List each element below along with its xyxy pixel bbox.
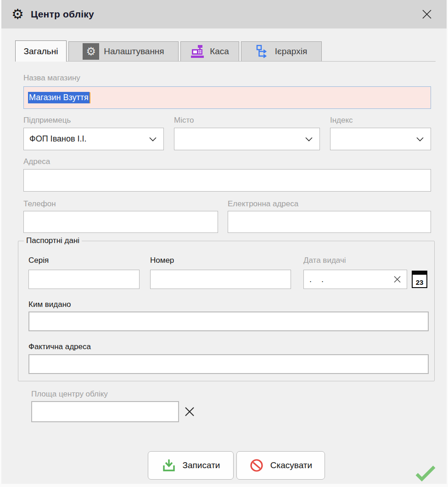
tab-general[interactable]: Загальні bbox=[15, 40, 67, 62]
date-mask-value: . . bbox=[309, 275, 327, 284]
area-label: Площа центру обліку bbox=[31, 390, 108, 399]
clear-area-icon[interactable] bbox=[184, 406, 195, 417]
issued-by-input[interactable] bbox=[28, 311, 429, 331]
tab-hierarchy[interactable]: Ієрархія bbox=[241, 41, 322, 62]
tab-bar: Загальні ⚙ Налаштування Каса bbox=[15, 40, 436, 62]
gear-icon: ⚙ bbox=[11, 7, 24, 21]
calendar-top-bar bbox=[412, 271, 427, 275]
passport-groupbox: Паспортні дані Серія Номер Дата видачі .… bbox=[18, 241, 435, 381]
tab-label: Налаштування bbox=[104, 46, 164, 57]
cancel-button-label: Скасувати bbox=[270, 460, 312, 470]
postal-index-select[interactable] bbox=[330, 128, 431, 150]
text-caret bbox=[90, 92, 90, 103]
page-title: Центр обліку bbox=[31, 9, 94, 20]
issue-date-label: Дата видачі bbox=[303, 256, 346, 265]
calendar-icon[interactable]: 23 bbox=[412, 271, 427, 288]
city-label: Місто bbox=[174, 116, 194, 125]
passport-group-label: Паспортні дані bbox=[24, 236, 82, 245]
save-button[interactable]: Записати bbox=[148, 451, 234, 480]
address-input[interactable] bbox=[23, 169, 431, 192]
number-label: Номер bbox=[150, 256, 174, 265]
cancel-button[interactable]: Скасувати bbox=[236, 451, 325, 480]
entrepreneur-select[interactable]: ФОП Іванов І.І. bbox=[23, 128, 164, 150]
tab-cash-register[interactable]: Каса bbox=[180, 41, 239, 62]
city-select[interactable] bbox=[174, 128, 320, 150]
chevron-down-icon bbox=[305, 136, 313, 142]
tab-label: Загальні bbox=[24, 46, 58, 57]
store-name-label: Назва магазину bbox=[23, 74, 80, 83]
series-input[interactable] bbox=[28, 270, 140, 289]
checkmark-icon bbox=[415, 463, 436, 482]
postal-index-label: Індекс bbox=[330, 116, 353, 125]
store-name-input[interactable]: Магазин Взуття bbox=[23, 86, 431, 109]
cash-register-icon bbox=[190, 44, 205, 59]
hierarchy-icon bbox=[256, 44, 270, 59]
phone-input[interactable] bbox=[23, 211, 218, 233]
issue-date-input[interactable]: . . bbox=[303, 270, 407, 289]
tab-settings[interactable]: ⚙ Налаштування bbox=[68, 41, 179, 62]
number-input[interactable] bbox=[150, 270, 291, 289]
selected-text: Магазин Взуття bbox=[28, 92, 90, 103]
entrepreneur-label: Підприемець bbox=[23, 116, 71, 125]
tab-label: Ієрархія bbox=[275, 46, 307, 57]
issued-by-label: Ким видано bbox=[28, 300, 71, 309]
actual-address-input[interactable] bbox=[28, 354, 429, 374]
gear-icon: ⚙ bbox=[83, 43, 99, 60]
tab-label: Каса bbox=[210, 46, 229, 57]
save-icon bbox=[162, 458, 176, 473]
area-input[interactable] bbox=[31, 401, 179, 422]
calendar-day-number: 23 bbox=[413, 278, 426, 286]
chevron-down-icon bbox=[416, 136, 424, 142]
email-label: Електронна адреса bbox=[228, 199, 298, 209]
close-icon[interactable] bbox=[420, 8, 433, 21]
email-input[interactable] bbox=[228, 211, 431, 233]
phone-label: Телефон bbox=[23, 199, 56, 209]
chevron-down-icon bbox=[149, 136, 157, 142]
dialog-window: ⚙ Центр обліку Загальні ⚙ Налаштування bbox=[0, 0, 448, 487]
series-label: Серія bbox=[28, 256, 49, 265]
entrepreneur-value: ФОП Іванов І.І. bbox=[29, 134, 87, 144]
save-button-label: Записати bbox=[183, 460, 220, 470]
cancel-icon bbox=[249, 458, 264, 473]
clear-date-icon[interactable] bbox=[393, 276, 401, 283]
title-bar: ⚙ Центр обліку bbox=[0, 0, 448, 28]
actual-address-label: Фактична адреса bbox=[28, 342, 91, 351]
address-label: Адреса bbox=[23, 157, 50, 166]
